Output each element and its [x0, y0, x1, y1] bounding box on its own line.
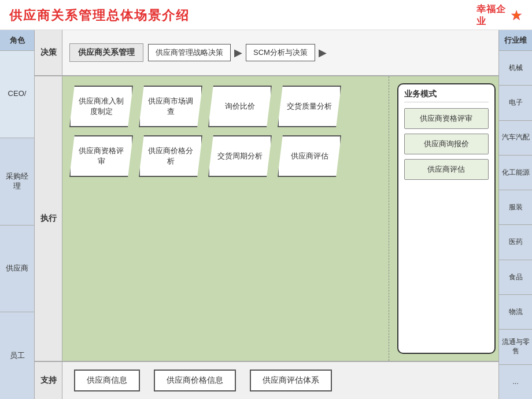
supplier-mgmt-box: 供应商关系管理	[69, 43, 143, 62]
exec-item-1-2: 供应商市场调查	[139, 86, 202, 127]
exec-flow-row-2: 供应商资格评审 供应商价格分析 交货周期分析 供应商评估	[69, 135, 382, 177]
bm-item-3[interactable]: 供应商评估	[404, 159, 489, 180]
logo-text: 幸福企业	[476, 3, 508, 28]
decision-label: 决策	[35, 30, 62, 75]
logo-icon	[510, 8, 523, 24]
bm-item-1[interactable]: 供应商资格评审	[404, 108, 489, 129]
support-tag-2: 供应商价格信息	[154, 370, 236, 391]
industry-electronics[interactable]: 电子	[499, 86, 532, 120]
decision-content: 供应商关系管理 供应商管理战略决策 ▶ SCM分析与决策 ▶	[62, 30, 498, 75]
header: 供应商关系管理总体场景介绍 幸福企业	[0, 0, 532, 30]
decision-tag-2: SCM分析与决策	[246, 44, 315, 61]
industry-logistics[interactable]: 物流	[499, 295, 532, 330]
industry-auto[interactable]: 汽车汽配	[499, 121, 532, 156]
industry-column: 行业维 机械 电子 汽车汽配 化工能源 服装 医药 食品 物流 流通与零售 ..…	[498, 30, 532, 399]
industry-retail[interactable]: 流通与零售	[499, 330, 532, 364]
support-content: 供应商信息 供应商价格信息 供应商评估体系	[62, 362, 498, 399]
exec-flow-row-1: 供应商准入制度制定 供应商市场调查 询价比价 交货质量分析	[69, 86, 382, 127]
industry-more[interactable]: ...	[499, 365, 532, 399]
role-purchasing-manager: 采购经理	[0, 138, 34, 226]
industry-clothing[interactable]: 服装	[499, 190, 532, 225]
business-mode-title: 业务模式	[404, 89, 489, 102]
industry-chemical[interactable]: 化工能源	[499, 156, 532, 190]
exec-label: 执行	[35, 76, 62, 361]
execution-row: 执行 供应商准入制度制定 供应商市场调查 询价比价 交货质量分析 供应商资格评审…	[35, 76, 498, 362]
role-supplier: 供应商	[0, 226, 34, 313]
support-tag-3: 供应商评估体系	[250, 370, 332, 391]
industry-header: 行业维	[499, 30, 532, 51]
support-label: 支持	[35, 362, 62, 399]
exec-item-2-1: 供应商资格评审	[69, 135, 133, 177]
page-title: 供应商关系管理总体场景介绍	[9, 7, 190, 24]
decision-tags: 供应商管理战略决策 ▶ SCM分析与决策 ▶	[148, 44, 327, 61]
industry-medicine[interactable]: 医药	[499, 225, 532, 260]
industry-food[interactable]: 食品	[499, 260, 532, 295]
exec-content: 供应商准入制度制定 供应商市场调查 询价比价 交货质量分析 供应商资格评审 供应…	[62, 76, 389, 361]
exec-item-1-1: 供应商准入制度制定	[69, 86, 133, 127]
role-column: 角色 CEO/ 采购经理 供应商 员工	[0, 30, 35, 399]
decision-tag-1: 供应商管理战略决策	[148, 44, 231, 61]
bm-item-2[interactable]: 供应商询报价	[404, 134, 489, 154]
arrow-icon: ▶	[234, 46, 242, 59]
exec-item-2-4: 供应商评估	[278, 135, 341, 177]
logo-box: 幸福企业	[476, 4, 523, 27]
exec-item-2-2: 供应商价格分析	[139, 135, 202, 177]
business-mode-box: 业务模式 供应商资格评审 供应商询报价 供应商评估	[397, 83, 496, 354]
role-header: 角色	[0, 30, 34, 51]
role-employee: 员工	[0, 312, 34, 399]
decision-row: 决策 供应商关系管理 供应商管理战略决策 ▶ SCM分析与决策 ▶	[35, 30, 498, 76]
role-ceo: CEO/	[0, 51, 34, 138]
exec-right-panel: 业务模式 供应商资格评审 供应商询报价 供应商评估	[389, 76, 498, 361]
support-row: 支持 供应商信息 供应商价格信息 供应商评估体系	[35, 362, 498, 399]
support-tag-1: 供应商信息	[74, 370, 140, 391]
logo-container: 幸福企业	[476, 4, 523, 27]
center-content: 决策 供应商关系管理 供应商管理战略决策 ▶ SCM分析与决策 ▶ 执行	[35, 30, 498, 399]
industry-mechanical[interactable]: 机械	[499, 51, 532, 86]
exec-item-1-4: 交货质量分析	[278, 86, 341, 127]
main-layout: 角色 CEO/ 采购经理 供应商 员工 决策 供应商关系管理	[0, 30, 532, 399]
page-wrapper: 供应商关系管理总体场景介绍 幸福企业 角色 CEO/ 采购经理 供	[0, 0, 532, 399]
exec-item-2-3: 交货周期分析	[208, 135, 272, 177]
exec-item-1-3: 询价比价	[208, 86, 272, 127]
arrow-icon-2: ▶	[319, 46, 327, 59]
